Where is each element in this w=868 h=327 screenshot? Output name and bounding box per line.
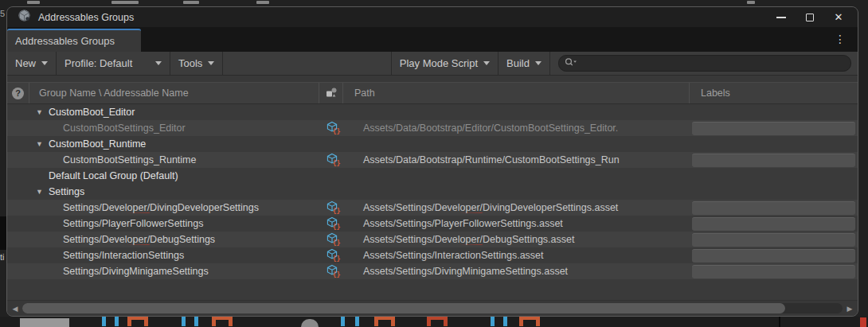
occluded-text-fragment: ti [0,253,5,262]
foldout-arrow-icon[interactable]: ▼ [36,188,49,196]
scriptable-object-icon: {} [326,248,338,263]
svg-text:{}: {} [332,222,340,230]
addressables-groups-window: Addressables Groups ✕ Addressables Group… [6,6,858,317]
asset-type-column-icon [325,87,338,100]
build-dropdown-button[interactable]: Build [499,52,550,75]
build-label: Build [506,57,530,69]
svg-text:{}: {} [332,158,340,166]
table-row-asset[interactable]: CustomBootSettings_Runtime {} Assets/Dat… [7,152,858,168]
row-path: Assets/Settings/Developer/DebugSettings.… [363,234,574,245]
row-name: Settings/InteractionSettings [63,250,184,261]
tools-dropdown-button[interactable]: Tools [170,52,223,75]
table-row-asset[interactable]: Settings/PlayerFollowerSettings {} Asset… [7,216,858,232]
search-input[interactable] [581,57,835,70]
table-row-asset[interactable]: Settings/Developer/DivingDeveloperSettin… [7,200,858,216]
labels-column-header[interactable]: Labels [689,83,858,103]
scriptable-object-icon: {} [326,216,338,232]
table-row-group[interactable]: Default Local Group (Default) [7,168,858,184]
svg-text:{}: {} [332,238,340,246]
scriptable-object-icon: {} [326,121,338,136]
profile-label: Profile: Default [65,57,132,69]
labels-field[interactable] [692,217,855,231]
row-name: Default Local Group (Default) [49,170,178,181]
tab-bar: Addressables Groups ⋮ [7,27,858,52]
minimize-button[interactable] [767,7,796,27]
row-name: Settings/PlayerFollowerSettings [63,218,203,229]
path-column-header[interactable]: Path [343,83,689,103]
labels-column-label: Labels [701,88,730,99]
scriptable-object-icon: {} [326,153,338,168]
table-row-asset[interactable]: Settings/InteractionSettings {} Assets/S… [7,247,858,263]
row-name: Settings/Developer/DebugSettings [63,234,215,245]
chevron-down-icon [483,61,490,65]
close-button[interactable]: ✕ [824,7,853,27]
tab-addressables-groups[interactable]: Addressables Groups [7,29,141,52]
row-path: Assets/Data/Bootstrap/Editor/CustomBootS… [363,123,618,134]
kebab-menu-icon[interactable]: ⋮ [835,33,846,45]
profile-dropdown-button[interactable]: Profile: Default [57,52,170,75]
scrollbar-thumb[interactable] [22,303,785,313]
red-underline-annotation: Developer [435,202,480,213]
asset-type-column-header[interactable] [319,83,343,103]
labels-field[interactable] [692,233,855,247]
row-name: Settings/DivingMinigameSettings [63,266,209,277]
scrollbar-track[interactable] [22,303,843,313]
foldout-arrow-icon[interactable]: ▼ [36,140,49,148]
table-row-asset[interactable]: Settings/DivingMinigameSettings {} Asset… [7,263,858,279]
labels-field[interactable] [692,122,855,135]
table-row-asset[interactable]: Settings/Developer/DebugSettings {} Asse… [7,232,858,247]
row-path: Assets/Data/Bootstrap/Runtime/CustomBoot… [363,154,620,165]
svg-text:{}: {} [332,270,340,278]
scroll-left-icon[interactable]: ◀ [10,305,20,313]
svg-text:{}: {} [332,254,340,262]
row-path: Assets/Settings/Developer/DivingDevelope… [363,202,618,213]
toolbar: New Profile: Default Tools Play Mode Scr… [7,52,858,76]
row-name: Settings [49,186,84,197]
search-field[interactable] [558,55,851,72]
labels-field[interactable] [692,249,855,263]
svg-text:{}: {} [332,127,340,134]
path-column-label: Path [354,88,375,99]
row-name: CustomBootSettings_Editor [63,123,186,134]
red-underline-annotation: Developer [102,234,147,245]
row-path: Assets/Settings/PlayerFollowerSettings.a… [363,218,563,229]
row-path: Assets/Settings/DivingMinigameSettings.a… [363,266,568,277]
horizontal-scrollbar[interactable]: ◀ ▶ [7,300,858,316]
chevron-down-icon [41,61,48,65]
row-name: CustomBoot_Editor [49,107,135,118]
row-name: Settings/Developer/DivingDeveloperSettin… [63,202,259,213]
scriptable-object-icon: {} [326,232,338,247]
chevron-down-icon [155,61,162,65]
row-name: CustomBootSettings_Runtime [63,154,196,165]
row-path: Assets/Settings/InteractionSettings.asse… [363,250,544,261]
group-name-column-header[interactable]: Group Name \ Addressable Name [29,83,319,103]
chevron-down-icon [535,61,542,65]
help-icon[interactable]: ? [12,88,24,99]
table-row-asset[interactable]: CustomBootSettings_Editor {} Assets/Data… [7,120,858,136]
scroll-right-icon[interactable]: ▶ [845,305,854,313]
scriptable-object-icon: {} [326,264,338,279]
maximize-button[interactable] [796,7,824,27]
row-name: CustomBoot_Runtime [49,138,146,150]
new-label: New [15,57,36,69]
table-row-group[interactable]: ▼CustomBoot_Editor [7,104,858,120]
window-title: Addressables Groups [38,12,134,23]
search-icon [563,56,581,70]
table-header: ? Group Name \ Addressable Name Path Lab… [7,82,858,104]
addressables-package-icon [18,9,31,25]
table-row-group[interactable]: ▼Settings [7,184,858,200]
table-row-group[interactable]: ▼CustomBoot_Runtime [7,136,858,152]
labels-field[interactable] [692,201,855,215]
chevron-down-icon [208,61,214,65]
help-column-header[interactable]: ? [7,83,29,103]
labels-field[interactable] [692,154,855,167]
tab-label: Addressables Groups [15,35,115,47]
red-underline-annotation: Developer [435,234,480,245]
occluded-text-fragment: 5 [0,10,5,18]
play-mode-script-dropdown-button[interactable]: Play Mode Script [391,52,499,75]
new-dropdown-button[interactable]: New [7,52,57,75]
occluded-window-strip [0,317,868,327]
labels-field[interactable] [692,265,855,278]
foldout-arrow-icon[interactable]: ▼ [36,108,49,116]
scriptable-object-icon: {} [326,200,338,216]
